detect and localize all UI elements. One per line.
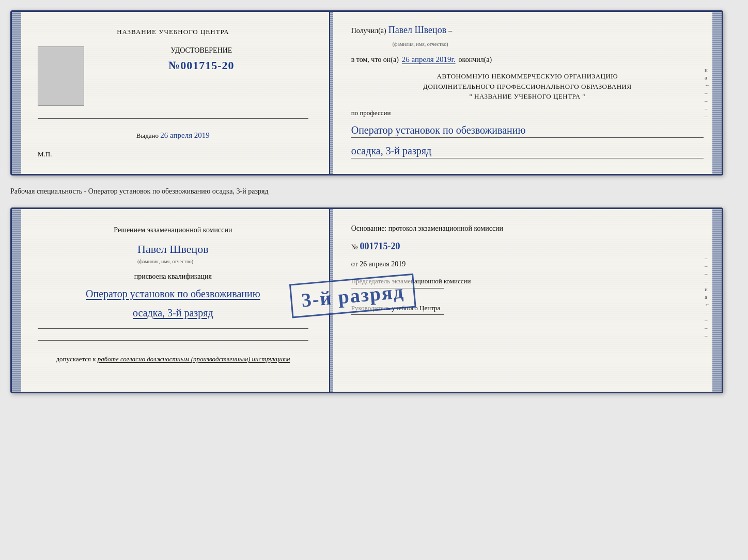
received-prefix: Получил(а) [351,27,386,35]
issued-prefix: Выдано [136,132,159,139]
cert-number: №001715-20 [168,59,234,72]
separator-text: Рабочая специальность - Оператор установ… [10,185,269,198]
protocol-prefix: № [351,243,358,251]
right-decorative-strip-1 [712,12,722,174]
page-container: НАЗВАНИЕ УЧЕБНОГО ЦЕНТРА УДОСТОВЕРЕНИЕ №… [10,10,738,393]
in-that-prefix: в том, что он(а) [351,56,399,64]
allowed-italic: работе согласно должностным (производств… [98,355,290,363]
org-line1: АВТОНОМНУЮ НЕКОММЕРЧЕСКУЮ ОРГАНИЗАЦИЮ [351,71,704,82]
photo-placeholder [38,46,84,106]
training-center-title: НАЗВАНИЕ УЧЕБНОГО ЦЕНТРА [117,28,229,36]
doc2-left-panel: Решением экзаменационной комиссии Павел … [12,209,330,392]
assigned-label: присвоена квалификация [134,273,212,281]
separator-line-3 [38,340,308,341]
qualification-value-2: осадка, 3-й разряд [133,307,213,319]
received-line: Получил(а) Павел Швецов – [351,25,704,36]
document-card-2: Решением экзаменационной комиссии Павел … [10,207,723,393]
photo-cert-row: УДОСТОВЕРЕНИЕ №001715-20 [38,46,308,106]
dash-1: – [448,27,452,35]
name-label-2: (фамилия, имя, отчество) [137,259,193,264]
allowed-text: допускается к работе согласно должностны… [56,355,290,363]
issued-line: Выдано 26 апреля 2019 [136,131,210,140]
cert-label: УДОСТОВЕРЕНИЕ [170,46,232,55]
left-decorative-strip-2 [12,209,21,392]
org-line3: " НАЗВАНИЕ УЧЕБНОГО ЦЕНТРА " [351,91,704,102]
profession-value-2: осадка, 3-й разряд [351,145,704,158]
protocol-line: № 001715-20 [351,241,704,252]
org-text: АВТОНОМНУЮ НЕКОММЕРЧЕСКУЮ ОРГАНИЗАЦИЮ ДО… [351,71,704,102]
left-decorative-strip [12,12,21,174]
mp-label: М.П. [38,150,52,158]
cert-number-prefix: № [168,59,180,72]
right-decorative-strip-2 [712,209,722,392]
separator-line-2 [38,328,308,329]
org-line2: ДОПОЛНИТЕЛЬНОГО ПРОФЕССИОНАЛЬНОГО ОБРАЗО… [351,82,704,92]
date-prefix: от [351,260,358,268]
director-sig-line [351,314,444,315]
side-letters-1: и а ← – – – – [705,67,710,119]
completion-date: 26 апреля 2019г. [402,55,456,64]
cert-number-value: 001715-20 [180,59,234,72]
issued-date: 26 апреля 2019 [160,131,210,139]
profession-label: по профессии [351,109,704,117]
person-name-1: Павел Швецов [388,25,447,36]
from-date-line: от 26 апреля 2019 [351,260,704,268]
doc1-left-panel: НАЗВАНИЕ УЧЕБНОГО ЦЕНТРА УДОСТОВЕРЕНИЕ №… [12,12,330,174]
name-label-1: (фамилия, имя, отчество) [393,41,448,47]
person-name-2: Павел Швецов [137,243,209,256]
side-letters-2: – – – – и а ← – – – – – [705,255,710,346]
finished-label: окончил(а) [459,56,492,64]
date-value: 26 апреля 2019 [360,260,406,268]
qualification-value-1: Оператор установок по обезвоживанию [86,288,260,300]
doc1-right-panel: Получил(а) Павел Швецов – (фамилия, имя,… [333,12,722,174]
basis-label: Основание: протокол экзаменационной коми… [351,225,704,233]
document-card-1: НАЗВАНИЕ УЧЕБНОГО ЦЕНТРА УДОСТОВЕРЕНИЕ №… [10,10,723,175]
profession-value-1: Оператор установок по обезвоживанию [351,124,704,138]
protocol-number: 001715-20 [360,241,400,251]
decision-text: Решением экзаменационной комиссии [114,225,232,235]
separator-line-1 [38,118,308,119]
in-that-line: в том, что он(а) 26 апреля 2019г. окончи… [351,55,704,64]
allowed-prefix: допускается к [56,355,96,363]
person-name-block-2: Павел Швецов (фамилия, имя, отчество) [137,243,209,265]
